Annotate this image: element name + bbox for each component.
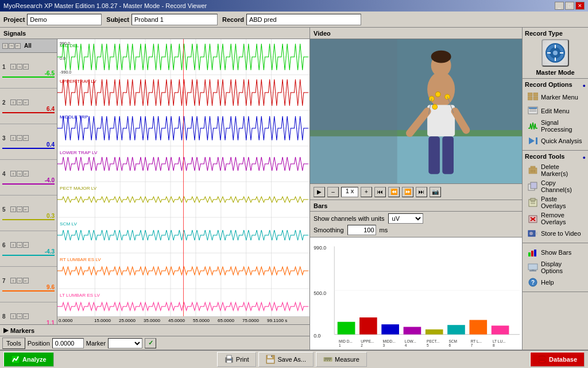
ch8-left[interactable]: ← xyxy=(23,313,29,319)
all-up-btn[interactable]: ↑ xyxy=(2,43,8,49)
rewind-btn[interactable]: ⏪ xyxy=(388,187,400,197)
database-button[interactable]: Database xyxy=(530,352,585,367)
units-select[interactable]: uV mV %MVC Norm xyxy=(388,213,423,224)
ch5-left[interactable]: ← xyxy=(23,206,29,212)
ch2-up[interactable]: ↑ xyxy=(10,99,16,105)
measure-button[interactable]: Measure xyxy=(316,352,367,367)
edit-menu-btn[interactable]: Edit Menu xyxy=(525,104,586,118)
title-text: MyoResearch XP Master Edition 1.08.27 - … xyxy=(3,2,207,9)
marker-dropdown[interactable] xyxy=(108,338,142,348)
ch8-right[interactable]: → xyxy=(17,313,22,319)
ch4-up[interactable]: ↑ xyxy=(10,171,16,177)
ch4-right[interactable]: → xyxy=(17,171,22,177)
close-btn[interactable]: ✕ xyxy=(575,2,585,10)
ch5-up[interactable]: ↑ xyxy=(10,206,16,212)
channel-item-8: 8 ↑ → ← 1.1 xyxy=(0,302,57,324)
paste-overlays-btn[interactable]: Paste Overlays xyxy=(525,194,586,210)
svg-text:SCM: SCM xyxy=(448,339,457,343)
waveform-area: MID DEL UPPER TRAP LV MIDDLE TRP LOWER T… xyxy=(57,39,310,324)
svg-rect-68 xyxy=(447,325,465,334)
svg-text:LT LUMBAR ES LV: LT LUMBAR ES LV xyxy=(60,293,100,298)
play-btn[interactable]: ▶ xyxy=(314,187,325,197)
svg-point-136 xyxy=(230,359,231,360)
ch2-left[interactable]: ← xyxy=(23,99,29,105)
skip-end-btn[interactable]: ⏭ xyxy=(416,187,427,197)
help-btn[interactable]: ? Help xyxy=(525,275,586,289)
quick-analysis-btn[interactable]: Quick Analysis xyxy=(525,134,586,148)
ch1-up[interactable]: ↑ xyxy=(10,64,16,70)
svg-text:990.0: 990.0 xyxy=(314,245,326,251)
svg-rect-65 xyxy=(381,324,399,335)
copy-channel-btn[interactable]: Copy Channel(s) xyxy=(525,178,586,194)
ch4-number: 4 xyxy=(2,171,9,177)
ch3-left[interactable]: ← xyxy=(23,135,29,141)
ch3-up[interactable]: ↑ xyxy=(10,135,16,141)
plus-btn[interactable]: + xyxy=(361,187,372,197)
ch4-left[interactable]: ← xyxy=(23,171,29,177)
video-frame xyxy=(310,39,522,183)
minus-btn[interactable]: – xyxy=(327,187,339,197)
master-mode-icon[interactable] xyxy=(541,39,569,67)
ch7-up[interactable]: ↑ xyxy=(10,278,16,283)
snapshot-btn[interactable]: 📷 xyxy=(430,187,441,197)
tools-button[interactable]: Tools xyxy=(2,338,25,349)
ch7-left[interactable]: ← xyxy=(23,278,29,283)
confirm-button[interactable]: ✓ xyxy=(145,338,156,348)
print-button[interactable]: Print xyxy=(217,352,257,367)
marker-menu-btn[interactable]: Marker Menu xyxy=(525,90,586,104)
store-to-video-btn[interactable]: Store to Video xyxy=(525,227,586,240)
bars-icon-svg xyxy=(528,248,538,257)
signal-processing-btn[interactable]: Signal Processing xyxy=(525,118,586,134)
svg-point-52 xyxy=(445,94,450,99)
ch8-number: 8 xyxy=(2,313,9,320)
remove-overlays-icon xyxy=(527,213,539,224)
all-left-btn[interactable]: ← xyxy=(15,43,21,49)
analyze-button[interactable]: Analyze xyxy=(3,352,54,367)
ch2-right[interactable]: → xyxy=(17,99,22,105)
project-input[interactable] xyxy=(27,14,102,25)
skip-start-btn[interactable]: ⏮ xyxy=(374,187,386,197)
svg-rect-112 xyxy=(531,198,535,201)
delete-svg xyxy=(528,166,538,175)
signals-title: Signals xyxy=(3,30,26,37)
minimize-btn[interactable]: _ xyxy=(555,2,564,10)
svg-point-42 xyxy=(427,72,455,107)
ch3-right[interactable]: → xyxy=(17,135,22,141)
ch8-up[interactable]: ↑ xyxy=(10,313,16,319)
svg-rect-97 xyxy=(533,97,538,100)
marker-grid-svg xyxy=(528,93,538,102)
svg-rect-110 xyxy=(531,182,537,189)
all-right-btn[interactable]: → xyxy=(9,43,14,49)
subject-input[interactable] xyxy=(131,14,218,25)
video-title: Video xyxy=(314,30,331,37)
ch6-right[interactable]: → xyxy=(17,242,22,248)
show-bars-btn[interactable]: Show Bars xyxy=(525,246,586,259)
ch1-down[interactable]: → xyxy=(17,64,22,70)
ch1-left[interactable]: ← xyxy=(23,64,29,70)
delete-marker-label: Delete Marker(s) xyxy=(541,163,583,177)
record-tools-section: Record Tools ● Delete Marker(s) xyxy=(523,151,588,243)
delete-marker-btn[interactable]: Delete Marker(s) xyxy=(525,162,586,178)
ch6-up[interactable]: ↑ xyxy=(10,242,16,248)
ch5-right[interactable]: → xyxy=(17,206,22,212)
title-bar-buttons[interactable]: _ □ ✕ xyxy=(555,2,585,10)
position-input[interactable] xyxy=(52,338,84,348)
smoothing-input[interactable] xyxy=(347,225,376,235)
record-options-collapse[interactable]: ● xyxy=(583,83,586,89)
record-tools-collapse[interactable]: ● xyxy=(583,155,586,160)
ch6-left[interactable]: ← xyxy=(23,242,29,248)
show-bars-label: Show Bars xyxy=(541,249,571,256)
record-input[interactable] xyxy=(246,14,361,25)
ch7-right[interactable]: → xyxy=(17,278,22,283)
svg-text:6: 6 xyxy=(448,343,451,347)
svg-text:?: ? xyxy=(531,279,535,286)
right-panel: Record Type Master Mode xyxy=(523,28,588,350)
edit-menu-label: Edit Menu xyxy=(541,108,570,114)
remove-overlays-btn[interactable]: Remove Overlays xyxy=(525,210,586,227)
fast-fwd-btn[interactable]: ⏩ xyxy=(402,187,413,197)
save-as-button[interactable]: Save As... xyxy=(258,352,314,367)
svg-point-51 xyxy=(435,92,440,97)
display-options-btn[interactable]: Display Options xyxy=(525,259,586,275)
maximize-btn[interactable]: □ xyxy=(565,2,574,10)
analyze-label: Analyze xyxy=(22,356,47,363)
